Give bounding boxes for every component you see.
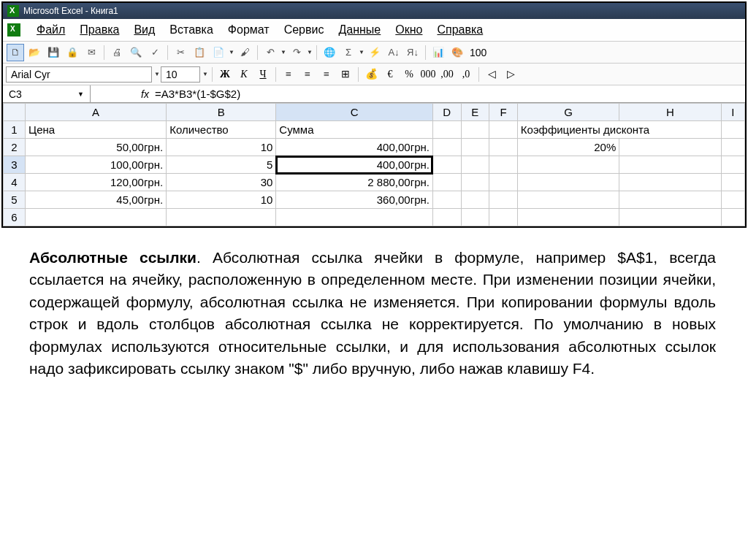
col-header-E[interactable]: E — [461, 104, 489, 121]
cell-F3[interactable] — [489, 156, 518, 174]
cell-A6[interactable] — [26, 209, 167, 226]
row-header-5[interactable]: 5 — [4, 191, 26, 209]
save-button[interactable]: 💾 — [45, 44, 62, 61]
cell-C4[interactable]: 2 880,00грн. — [276, 174, 433, 191]
hyperlink-button[interactable]: 🌐 — [321, 44, 338, 61]
menu-tools[interactable]: Сервис — [277, 22, 332, 38]
open-button[interactable]: 📂 — [26, 44, 43, 61]
cell-C2[interactable]: 400,00грн. — [276, 139, 433, 156]
col-header-I[interactable]: I — [721, 104, 744, 121]
underline-button[interactable]: Ч — [254, 66, 272, 83]
copy-button[interactable]: 📋 — [191, 44, 208, 61]
cut-button[interactable]: ✂ — [172, 44, 189, 61]
preview-button[interactable]: 🔍 — [127, 44, 145, 61]
cell-H3[interactable] — [619, 156, 721, 174]
cell-E6[interactable] — [461, 209, 489, 226]
cell-E4[interactable] — [461, 174, 489, 191]
cell-C6[interactable] — [276, 209, 433, 226]
cell-D3[interactable] — [432, 156, 461, 174]
col-header-A[interactable]: A — [26, 104, 167, 121]
cell-D6[interactable] — [432, 209, 461, 226]
cell-H5[interactable] — [619, 191, 721, 209]
cell-G4[interactable] — [517, 174, 619, 191]
menu-view[interactable]: Вид — [126, 22, 162, 38]
menu-format[interactable]: Формат — [221, 22, 277, 38]
redo-button[interactable]: ↷ — [288, 44, 305, 61]
sort-asc-button[interactable]: A↓ — [385, 44, 402, 61]
menu-file[interactable]: Файл — [29, 22, 72, 38]
cell-G2[interactable]: 20% — [517, 139, 619, 156]
cell-G5[interactable] — [517, 191, 619, 209]
font-select[interactable]: Arial Cyr — [6, 66, 152, 83]
redo-dropdown-icon[interactable]: ▼ — [306, 49, 313, 55]
menu-insert[interactable]: Вставка — [162, 22, 220, 38]
cell-I2[interactable] — [721, 139, 744, 156]
col-header-C[interactable]: C — [276, 104, 433, 121]
cell-F6[interactable] — [489, 209, 518, 226]
font-size-select[interactable]: 10 — [161, 66, 200, 83]
increase-decimal-button[interactable]: ,00 — [438, 66, 456, 83]
col-header-F[interactable]: F — [489, 104, 518, 121]
merge-button[interactable]: ⊞ — [337, 66, 354, 83]
permissions-button[interactable]: 🔒 — [64, 44, 81, 61]
fx-icon[interactable]: fx — [91, 88, 152, 100]
new-button[interactable]: 🗋 — [7, 44, 24, 61]
autosum-button[interactable]: Σ — [340, 44, 357, 61]
cell-C5[interactable]: 360,00грн. — [276, 191, 433, 209]
cell-B2[interactable]: 10 — [167, 139, 276, 156]
cell-G6[interactable] — [517, 209, 619, 226]
italic-button[interactable]: К — [235, 66, 253, 83]
chart-button[interactable]: 📊 — [430, 44, 447, 61]
undo-dropdown-icon[interactable]: ▼ — [280, 49, 287, 55]
comma-button[interactable]: 000 — [419, 66, 437, 83]
cell-B1[interactable]: Количество — [167, 121, 276, 139]
print-button[interactable]: 🖨 — [108, 44, 126, 61]
cell-G1[interactable]: Коэффициенты дисконта — [517, 121, 721, 139]
menu-window[interactable]: Окно — [388, 22, 430, 38]
cell-E5[interactable] — [461, 191, 489, 209]
currency-button[interactable]: 💰 — [362, 66, 380, 83]
cell-D4[interactable] — [432, 174, 461, 191]
undo-button[interactable]: ↶ — [262, 44, 279, 61]
col-header-H[interactable]: H — [619, 104, 721, 121]
font-dropdown-icon[interactable]: ▼ — [153, 71, 161, 77]
align-left-button[interactable]: ≡ — [280, 66, 297, 83]
paste-button[interactable]: 📄 — [210, 44, 227, 61]
autosum-dropdown-icon[interactable]: ▼ — [358, 49, 365, 55]
row-header-1[interactable]: 1 — [4, 121, 26, 139]
cell-B6[interactable] — [167, 209, 276, 226]
format-painter-button[interactable]: 🖌 — [236, 44, 253, 61]
drawing-button[interactable]: 🎨 — [449, 44, 466, 61]
cell-E2[interactable] — [461, 139, 489, 156]
cell-A4[interactable]: 120,00грн. — [26, 174, 167, 191]
row-header-4[interactable]: 4 — [4, 174, 26, 191]
cell-I1[interactable] — [721, 121, 744, 139]
menu-help[interactable]: Справка — [430, 22, 490, 38]
row-header-2[interactable]: 2 — [4, 139, 26, 156]
paste-dropdown-icon[interactable]: ▼ — [228, 49, 235, 55]
col-header-G[interactable]: G — [517, 104, 619, 121]
cell-C1[interactable]: Сумма — [276, 121, 433, 139]
cell-G3[interactable] — [517, 156, 619, 174]
cell-C3[interactable]: 400,00грн. — [276, 156, 433, 174]
cell-B5[interactable]: 10 — [167, 191, 276, 209]
percent-button[interactable]: % — [400, 66, 418, 83]
row-header-6[interactable]: 6 — [4, 209, 26, 226]
cell-A3[interactable]: 100,00грн. — [26, 156, 167, 174]
increase-indent-button[interactable]: ▷ — [502, 66, 519, 83]
cell-A1[interactable]: Цена — [26, 121, 167, 139]
cell-D1[interactable] — [432, 121, 461, 139]
decrease-decimal-button[interactable]: ,0 — [457, 66, 475, 83]
cell-E3[interactable] — [461, 156, 489, 174]
cell-H4[interactable] — [619, 174, 721, 191]
size-dropdown-icon[interactable]: ▼ — [202, 71, 209, 77]
cell-E1[interactable] — [461, 121, 489, 139]
decrease-indent-button[interactable]: ◁ — [483, 66, 500, 83]
menu-edit[interactable]: Правка — [72, 22, 126, 38]
cell-F2[interactable] — [489, 139, 518, 156]
select-all-corner[interactable] — [4, 104, 26, 121]
formula-input[interactable]: =A3*B3*(1-$G$2) — [152, 88, 745, 100]
cell-F5[interactable] — [489, 191, 518, 209]
zoom-value[interactable]: 100 — [467, 47, 489, 58]
cell-I5[interactable] — [721, 191, 744, 209]
